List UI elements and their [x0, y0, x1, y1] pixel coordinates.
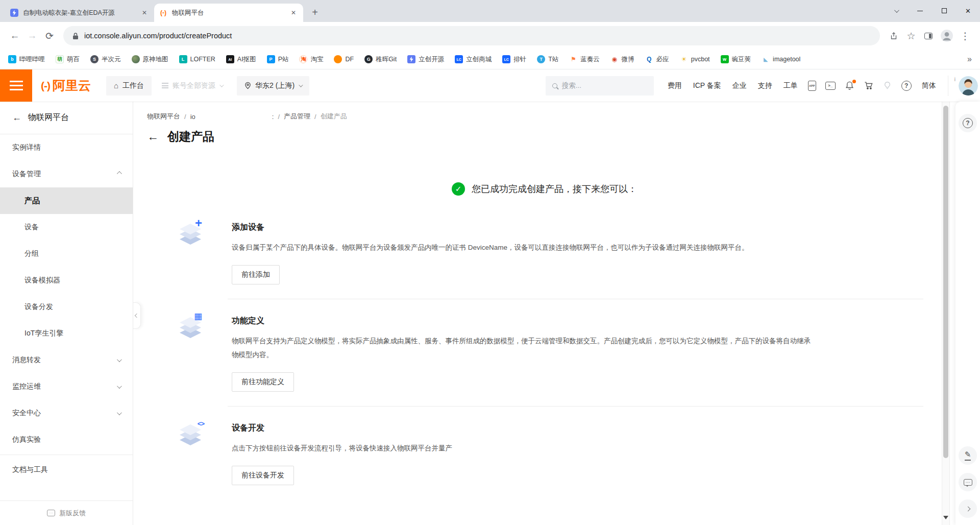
new-tab-button[interactable]: +: [307, 5, 323, 20]
console-header: (-) 阿里云 ⌂ 工作台 账号全部资源 华东2 (上海) 搜索... 费用 I…: [0, 69, 980, 102]
cloudshell-icon[interactable]: >_: [825, 82, 836, 90]
bookmark-star-icon[interactable]: ☆: [902, 27, 920, 44]
browser-menu-icon[interactable]: ⋮: [957, 27, 974, 44]
topnav-link-billing[interactable]: 费用: [668, 81, 682, 90]
bookmark-bcy[interactable]: S半次元: [90, 55, 121, 64]
console-search-input[interactable]: 搜索...: [546, 76, 654, 96]
sidebar-item-消息转发[interactable]: 消息转发: [0, 347, 133, 373]
bookmarks-overflow-icon[interactable]: »: [967, 55, 972, 64]
sidebar-item-设备模拟器[interactable]: 设备模拟器: [0, 267, 133, 294]
address-bar[interactable]: iot.console.aliyun.com/product/createPro…: [63, 26, 880, 45]
sidebar-item-产品[interactable]: 产品: [0, 187, 133, 214]
bookmark-label: 萌百: [67, 55, 80, 64]
browser-tab-jlc-eda[interactable]: 自制电动晾衣架-嘉立创EDA开源 ✕: [5, 4, 154, 22]
bookmark-ai-matting[interactable]: AIAI抠图: [226, 55, 256, 64]
bookmark-lanzou[interactable]: ⚑蓝奏云: [569, 55, 600, 64]
bookmark-weibo[interactable]: ◉微博: [610, 55, 634, 64]
bookmark-moegirl[interactable]: 萌萌百: [56, 55, 80, 64]
bookmark-bilibili[interactable]: b哔哩哔哩: [8, 55, 45, 64]
bookmark-wandoujia[interactable]: w豌豆荚: [721, 55, 751, 64]
sidebar-feedback-button[interactable]: ··· 新版反馈: [0, 500, 133, 525]
page-scrollbar[interactable]: [942, 102, 950, 525]
sidebar-item-设备管理[interactable]: 设备管理: [0, 161, 133, 187]
browser-tab-iot-platform[interactable]: (-) 物联网平台 ✕: [154, 4, 303, 22]
header-divider: [948, 76, 948, 96]
bookmark-pixiv[interactable]: PP站: [267, 55, 289, 64]
feedback-chat-button[interactable]: ···: [959, 473, 977, 491]
jlc-oshw-favicon-icon: [407, 55, 415, 63]
account-scope-dropdown[interactable]: 账号全部资源: [162, 81, 223, 90]
sidebar-item-label: 实例详情: [12, 143, 41, 152]
notifications-bell-icon[interactable]: [845, 81, 854, 90]
lightbulb-icon[interactable]: [883, 81, 892, 90]
scrollbar-thumb[interactable]: [943, 106, 948, 458]
topnav-link-support[interactable]: 支持: [758, 81, 772, 90]
region-selector[interactable]: 华东2 (上海): [237, 76, 309, 96]
survey-button[interactable]: ✎: [959, 446, 977, 465]
breadcrumb-instance[interactable]: io: [190, 113, 195, 121]
browser-profile-avatar[interactable]: [940, 29, 953, 42]
bookmark-lofter[interactable]: LLOFTER: [179, 55, 215, 63]
bookmark-zhihui-git[interactable]: G稚晖Git: [364, 55, 397, 64]
sidebar-item-安全中心[interactable]: 安全中心: [0, 400, 133, 426]
cart-icon[interactable]: [864, 81, 873, 90]
sidebar-header[interactable]: ← 物联网平台: [0, 102, 133, 134]
breadcrumb-root[interactable]: 物联网平台: [147, 112, 180, 121]
success-message: 您已成功完成创建产品，接下来您可以：: [472, 183, 637, 195]
sidebar-item-监控运维[interactable]: 监控运维: [0, 373, 133, 400]
sidebar-item-文档与工具[interactable]: 文档与工具: [0, 457, 133, 483]
help-button[interactable]: ?: [959, 114, 977, 132]
address-toolbar: ← → ⟳ iot.console.aliyun.com/product/cre…: [0, 22, 980, 50]
tab-close-icon[interactable]: ✕: [140, 8, 149, 17]
workbench-button[interactable]: ⌂ 工作台: [106, 76, 152, 96]
bookmark-jlc-oshw[interactable]: 立创开源: [407, 55, 444, 64]
bookmark-imagetool[interactable]: ◣imagetool: [762, 55, 800, 63]
minimize-button[interactable]: [908, 0, 932, 21]
sidebar-item-仿真实验[interactable]: 仿真实验: [0, 426, 133, 453]
sidebar-item-分组[interactable]: 分组: [0, 241, 133, 267]
user-avatar[interactable]: [959, 76, 978, 96]
help-icon[interactable]: ?: [901, 81, 912, 91]
language-switcher[interactable]: 简体: [922, 81, 936, 90]
maximize-button[interactable]: [932, 0, 956, 21]
tab-close-icon[interactable]: ✕: [289, 8, 298, 17]
go-define-features-button[interactable]: 前往功能定义: [232, 372, 294, 392]
bookmark-taobao[interactable]: 淘淘宝: [299, 55, 323, 64]
reload-button[interactable]: ⟳: [41, 27, 58, 44]
app-download-icon[interactable]: APP: [808, 81, 816, 91]
bookmark-dfrobot[interactable]: DF: [334, 55, 354, 63]
breadcrumb-parent[interactable]: 产品管理: [284, 112, 310, 121]
aliyun-logo[interactable]: (-) 阿里云: [41, 77, 91, 94]
question-ring-icon: ?: [901, 81, 912, 91]
bookmark-label: P站: [278, 55, 289, 64]
topnav-link-tickets[interactable]: 工单: [783, 81, 798, 90]
tab-search-button[interactable]: [884, 0, 908, 21]
side-panel-icon[interactable]: [920, 27, 937, 44]
expand-rail-button[interactable]: [959, 499, 977, 518]
page-back-button[interactable]: ←: [147, 130, 159, 144]
go-device-development-button[interactable]: 前往设备开发: [232, 466, 294, 485]
sidebar-item-实例详情[interactable]: 实例详情: [0, 134, 133, 161]
hamburger-menu-icon[interactable]: [0, 69, 32, 102]
sidebar-collapse-handle[interactable]: [133, 302, 141, 329]
back-button[interactable]: ←: [6, 27, 23, 44]
bookmark-jlc-mall[interactable]: LC立创商城: [455, 55, 492, 64]
bookmark-t-site[interactable]: TT站: [537, 55, 558, 64]
go-add-device-button[interactable]: 前往添加: [232, 265, 280, 284]
bookmark-pvcbot[interactable]: ☀pvcbot: [680, 55, 710, 63]
scrollbar-down-arrow-icon[interactable]: [943, 516, 948, 522]
sidebar-item-设备分发[interactable]: 设备分发: [0, 294, 133, 320]
back-arrow-icon[interactable]: ←: [12, 112, 21, 123]
forward-button[interactable]: →: [23, 27, 41, 44]
breadcrumb-instance-suffix: :: [272, 113, 274, 121]
share-icon[interactable]: [885, 27, 902, 44]
window-close-button[interactable]: ✕: [956, 0, 980, 21]
topnav-link-icp[interactable]: ICP 备案: [693, 81, 721, 90]
bookmark-genshin-map[interactable]: 原神地图: [132, 55, 168, 64]
bookmark-bing[interactable]: Q必应: [645, 55, 669, 64]
bookmark-pin-header[interactable]: LC排针: [502, 55, 526, 64]
topnav-link-enterprise[interactable]: 企业: [732, 81, 747, 90]
moegirl-favicon-icon: 萌: [56, 55, 64, 63]
sidebar-item-IoT孪生引擎[interactable]: IoT孪生引擎: [0, 320, 133, 347]
sidebar-item-设备[interactable]: 设备: [0, 214, 133, 241]
